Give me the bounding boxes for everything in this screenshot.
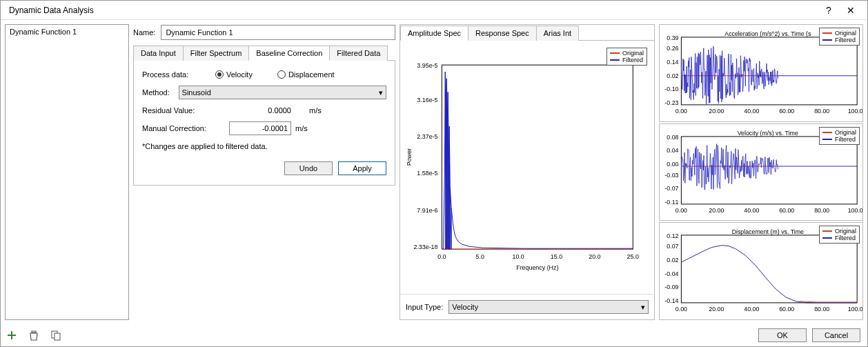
sidebar-toolbar (1, 326, 139, 345)
svg-text:-0.04: -0.04 (664, 270, 678, 277)
tab-response-spec[interactable]: Response Spec (468, 26, 537, 41)
svg-text:0.00: 0.00 (675, 206, 687, 213)
dialog-footer: OK Cancel (139, 324, 867, 346)
tab-data-input[interactable]: Data Input (133, 46, 184, 61)
settings-panel: Name: Data Input Filter Spectrum Baselin… (133, 24, 395, 320)
svg-text:40.00: 40.00 (744, 206, 759, 213)
input-type-select[interactable]: Velocity ▾ (448, 300, 649, 314)
manual-unit: m/s (295, 124, 308, 132)
method-select[interactable]: Sinusoid ▾ (179, 86, 386, 99)
legend-swatch-filtered (610, 59, 620, 61)
svg-text:0.39: 0.39 (667, 34, 678, 41)
svg-rect-48 (681, 235, 857, 303)
process-data-label: Process data: (142, 70, 211, 79)
close-button[interactable]: ✕ (840, 5, 862, 16)
mini-legend: Original Filtered (819, 127, 860, 145)
svg-text:60.00: 60.00 (779, 206, 794, 213)
function-list[interactable]: Dynamic Function 1 (5, 24, 129, 320)
svg-text:7.91e-6: 7.91e-6 (417, 207, 437, 214)
cancel-button[interactable]: Cancel (812, 328, 860, 342)
svg-text:Displacement (m) vs. Time: Displacement (m) vs. Time (732, 228, 804, 235)
radio-dot-icon (215, 70, 224, 79)
window-title: Dynamic Data Analysis (6, 6, 818, 15)
mini-charts-panel: Original Filtered Acceleration (m/s^2) v… (659, 24, 863, 320)
svg-text:0.0: 0.0 (437, 253, 446, 260)
name-input[interactable] (161, 25, 395, 40)
mini-chart-displacement: Original Filtered Displacement (m) vs. T… (659, 222, 863, 320)
svg-text:25.0: 25.0 (627, 253, 639, 260)
svg-text:3.16e-5: 3.16e-5 (417, 97, 437, 103)
svg-text:60.00: 60.00 (779, 306, 794, 313)
svg-text:80.00: 80.00 (814, 206, 829, 213)
radio-displacement-label: Displacement (288, 70, 335, 79)
manual-correction-label: Manual Correction: (142, 124, 225, 132)
chevron-down-icon: ▾ (379, 88, 383, 97)
chart-tabs: Amplitude Spec Response Spec Arias Int (400, 25, 654, 41)
svg-text:80.00: 80.00 (814, 306, 829, 313)
svg-text:20.00: 20.00 (709, 306, 724, 313)
mini-chart-acceleration: Original Filtered Acceleration (m/s^2) v… (659, 24, 863, 122)
input-type-row: Input Type: Velocity ▾ (400, 294, 654, 319)
svg-text:0.12: 0.12 (667, 232, 678, 239)
dialog-window: Dynamic Data Analysis ? ✕ Dynamic Functi… (0, 0, 868, 347)
input-type-value: Velocity (452, 303, 478, 311)
tab-amplitude-spec[interactable]: Amplitude Spec (400, 26, 468, 41)
function-list-item[interactable]: Dynamic Function 1 (7, 26, 127, 37)
svg-text:Power: Power (406, 148, 413, 166)
radio-velocity[interactable]: Velocity (215, 70, 253, 79)
svg-text:3.95e-5: 3.95e-5 (417, 62, 437, 69)
method-value: Sinusoid (182, 88, 211, 97)
chevron-down-icon: ▾ (641, 303, 645, 312)
apply-button[interactable]: Apply (338, 161, 386, 175)
method-label: Method: (142, 88, 175, 97)
undo-button[interactable]: Undo (284, 161, 333, 175)
help-button[interactable]: ? (818, 5, 840, 16)
add-icon[interactable] (6, 330, 17, 341)
svg-text:-0.14: -0.14 (664, 297, 678, 304)
svg-rect-0 (442, 65, 633, 249)
ok-button[interactable]: OK (758, 328, 807, 342)
legend-original: Original (622, 50, 644, 57)
svg-text:0.00: 0.00 (675, 108, 687, 115)
svg-text:100.00: 100.00 (848, 206, 862, 213)
main-chart-legend: Original Filtered (606, 48, 647, 66)
svg-text:40.00: 40.00 (744, 108, 759, 115)
baseline-correction-form: Process data: Velocity Displacement Meth… (133, 61, 395, 186)
svg-text:0.08: 0.08 (667, 133, 678, 140)
delete-icon[interactable] (28, 330, 39, 341)
manual-correction-input[interactable] (229, 121, 291, 135)
tab-arias-int[interactable]: Arias Int (536, 26, 579, 41)
copy-icon[interactable] (50, 330, 61, 341)
svg-text:100.00: 100.00 (848, 108, 862, 115)
radio-displacement[interactable]: Displacement (277, 70, 335, 79)
main-chart-panel: Amplitude Spec Response Spec Arias Int O… (400, 24, 655, 320)
changes-note: *Changes are applied to filtered data. (142, 142, 386, 150)
svg-text:5.0: 5.0 (476, 253, 484, 260)
svg-text:-0.11: -0.11 (664, 199, 678, 206)
svg-text:Velocity (m/s) vs. Time: Velocity (m/s) vs. Time (738, 130, 798, 137)
titlebar: Dynamic Data Analysis ? ✕ (1, 1, 867, 20)
mini-chart-velocity: Original Filtered Velocity (m/s) vs. Tim… (659, 123, 863, 221)
svg-text:40.00: 40.00 (744, 306, 759, 313)
svg-text:-0.23: -0.23 (664, 99, 678, 106)
svg-text:15.0: 15.0 (551, 253, 562, 260)
name-label: Name: (133, 28, 155, 37)
svg-text:100.00: 100.00 (848, 306, 862, 313)
svg-text:0.04: 0.04 (667, 147, 678, 154)
svg-text:Acceleration (m/s^2) vs. Time : Acceleration (m/s^2) vs. Time (s (724, 30, 811, 37)
tab-filtered-data[interactable]: Filtered Data (329, 46, 388, 61)
svg-text:0.02: 0.02 (667, 72, 678, 79)
svg-text:20.00: 20.00 (709, 206, 724, 213)
svg-text:-0.09: -0.09 (664, 284, 678, 291)
settings-tabs: Data Input Filter Spectrum Baseline Corr… (133, 45, 395, 61)
svg-text:80.00: 80.00 (814, 108, 829, 115)
legend-swatch-original (610, 52, 620, 54)
svg-text:60.00: 60.00 (779, 108, 794, 115)
tab-filter-spectrum[interactable]: Filter Spectrum (183, 46, 250, 61)
radio-dot-icon (277, 70, 286, 79)
svg-text:-0.07: -0.07 (664, 185, 678, 192)
residual-value: 0.0000 (229, 106, 291, 115)
tab-baseline-correction[interactable]: Baseline Correction (248, 46, 330, 61)
mini-legend: Original Filtered (819, 28, 860, 46)
svg-text:20.00: 20.00 (709, 108, 724, 115)
